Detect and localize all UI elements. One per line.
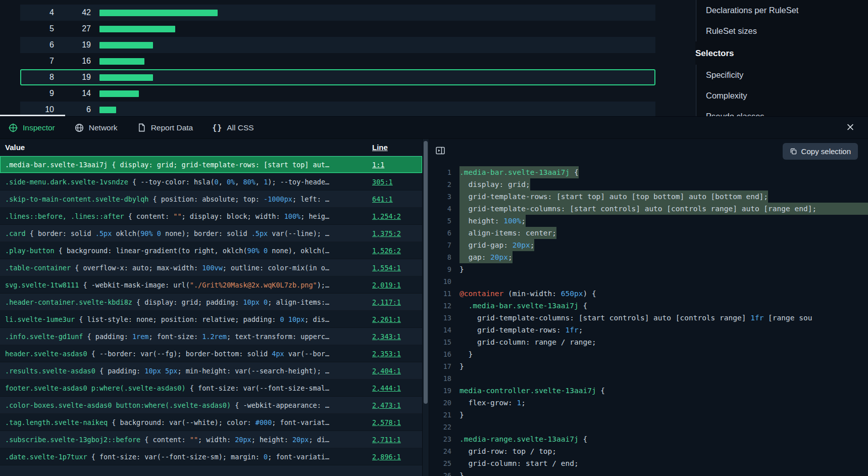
dock-panel-button[interactable] xyxy=(435,146,445,157)
code-line[interactable]: 21} xyxy=(429,409,868,421)
table-row[interactable]: header.svelte-asdas0 { --border: var(--f… xyxy=(0,345,422,362)
code-line-text: grid-row: top / top; xyxy=(459,445,556,457)
table-row[interactable]: .skip-to-main-content.svelte-dbylqh { po… xyxy=(0,191,422,208)
table-row[interactable]: .color-boxes.svelte-asdas0 button:where(… xyxy=(0,397,422,414)
table-row[interactable]: .results.svelte-asdas0 { padding: 10px 5… xyxy=(0,362,422,379)
histogram-row[interactable]: 106 xyxy=(20,102,655,118)
code-line[interactable]: 1.media-bar.svelte-13aai7j { xyxy=(429,166,868,178)
line-link[interactable]: 2,444:1 xyxy=(372,384,401,392)
code-line[interactable]: 12 .media-bar.svelte-13aai7j { xyxy=(429,300,868,312)
table-row[interactable]: footer.svelte-asdas0 p:where(.svelte-asd… xyxy=(0,379,422,397)
histogram-row[interactable]: 716 xyxy=(20,53,655,69)
histogram-row[interactable]: 619 xyxy=(20,37,655,53)
line-link[interactable]: 1:1 xyxy=(372,161,384,169)
line-link[interactable]: 2,343:1 xyxy=(372,332,401,341)
code-line[interactable]: 2 display: grid; xyxy=(429,178,868,191)
line-link[interactable]: 641:1 xyxy=(372,195,393,203)
code-line[interactable]: 19media-controller.svelte-13aai7j { xyxy=(429,385,868,397)
code-line[interactable]: 6 align-items: center; xyxy=(429,227,868,239)
nav-item-ruleset-sizes[interactable]: RuleSet sizes xyxy=(706,21,868,41)
code-line[interactable]: 22 xyxy=(429,421,868,433)
code-line[interactable]: 8 gap: 20px; xyxy=(429,251,868,263)
table-row[interactable]: .date.svelte-1p7tuxr { font-size: var(--… xyxy=(0,448,422,465)
table-row[interactable]: .play-button { background: linear-gradie… xyxy=(0,242,422,259)
line-link[interactable]: 2,578:1 xyxy=(372,418,401,426)
nav-item-complexity[interactable]: Complexity xyxy=(706,85,868,106)
code-line[interactable]: 26} xyxy=(429,469,868,476)
column-header-value[interactable]: Value xyxy=(0,143,368,152)
code-line[interactable]: 4 grid-template-columns: [start controls… xyxy=(429,203,868,215)
code-line[interactable]: 9} xyxy=(429,263,868,275)
code-line[interactable]: 11@container (min-width: 650px) { xyxy=(429,288,868,300)
line-link[interactable]: 2,473:1 xyxy=(372,401,401,409)
line-link[interactable]: 2,711:1 xyxy=(372,436,401,444)
table-row[interactable]: .header-container.svelte-kbdi8z { displa… xyxy=(0,294,422,311)
tab-inspector[interactable]: Inspector xyxy=(8,123,55,133)
table-row[interactable]: .lines::before, .lines::after { content:… xyxy=(0,208,422,225)
code-line[interactable]: 15 grid-column: range / range; xyxy=(429,336,868,348)
code-line[interactable]: 23.media-range.svelte-13aai7j { xyxy=(429,433,868,445)
rule-line-cell: 1,254:2 xyxy=(368,212,422,220)
line-link[interactable]: 305:1 xyxy=(372,178,393,186)
rule-value-cell: .play-button { background: linear-gradie… xyxy=(0,247,368,255)
line-link[interactable]: 1,554:1 xyxy=(372,264,401,272)
nav-section-header[interactable]: Selectors xyxy=(695,42,868,65)
code-line[interactable]: 14 grid-template-rows: 1fr; xyxy=(429,324,868,336)
code-line[interactable]: 3 grid-template-rows: [start top] auto [… xyxy=(429,191,868,203)
code-line[interactable]: 16 } xyxy=(429,348,868,360)
line-link[interactable]: 2,353:1 xyxy=(372,350,401,358)
code-line[interactable]: 24 grid-row: top / top; xyxy=(429,445,868,457)
line-link[interactable]: 2,261:1 xyxy=(372,315,401,323)
code-line[interactable]: 13 grid-template-columns: [start control… xyxy=(429,312,868,324)
column-header-line[interactable]: Line xyxy=(368,143,422,152)
code-line[interactable]: 17} xyxy=(429,360,868,372)
table-row[interactable]: svg.svelte-1tw8111 { -webkit-mask-image:… xyxy=(0,276,422,294)
rule-value-cell: svg.svelte-1tw8111 { -webkit-mask-image:… xyxy=(0,281,368,289)
table-row[interactable]: .card { border: solid .5px oklch(90% 0 n… xyxy=(0,225,422,242)
report-nav: Declarations per RuleSetRuleSet sizesSel… xyxy=(695,0,868,116)
line-link[interactable]: 2,896:1 xyxy=(372,453,401,461)
line-link[interactable]: 1,254:2 xyxy=(372,212,401,220)
copy-selection-button[interactable]: Copy selection xyxy=(783,143,858,160)
table-scrollbar[interactable] xyxy=(422,139,429,476)
tab-report-data[interactable]: Report Data xyxy=(137,123,193,132)
code-line[interactable]: 18 xyxy=(429,372,868,385)
table-row[interactable]: .table-container { overflow-x: auto; max… xyxy=(0,259,422,276)
line-number: 5 xyxy=(429,215,459,227)
table-row[interactable]: .subscribe.svelte-13gboj2::before { cont… xyxy=(0,431,422,448)
line-link[interactable]: 2,117:1 xyxy=(372,298,401,306)
code-line[interactable]: 20 flex-grow: 1; xyxy=(429,397,868,409)
table-row[interactable]: .media-bar.svelte-13aai7j { display: gri… xyxy=(0,156,422,173)
table-row[interactable]: li.svelte-1ume3ur { list-style: none; po… xyxy=(0,311,422,328)
nav-item-specificity[interactable]: Specificity xyxy=(706,65,868,85)
line-link[interactable]: 1,375:2 xyxy=(372,229,401,237)
tab-network[interactable]: Network xyxy=(74,123,118,133)
nav-group: SpecificityComplexityPseudo classes xyxy=(696,65,868,116)
nav-item-declarations-per-ruleset[interactable]: Declarations per RuleSet xyxy=(706,0,868,21)
code-line[interactable]: 5 height: 100%; xyxy=(429,215,868,227)
histogram-row[interactable]: 819 xyxy=(20,69,655,85)
tab-label: Inspector xyxy=(23,123,55,132)
scrollbar-thumb[interactable] xyxy=(424,141,428,404)
histogram-row[interactable]: 914 xyxy=(20,85,655,102)
rule-value-cell: .media-bar.svelte-13aai7j { display: gri… xyxy=(0,161,368,169)
code-line[interactable]: 7 grid-gap: 20px; xyxy=(429,239,868,251)
histogram-row[interactable]: 442 xyxy=(20,5,655,21)
line-link[interactable]: 2,019:1 xyxy=(372,281,401,289)
copy-selection-label: Copy selection xyxy=(801,147,851,156)
rule-line-cell: 2,711:1 xyxy=(368,436,422,444)
histogram-bucket-label: 6 xyxy=(21,40,54,50)
table-row[interactable]: .side-menu.dark.svelte-1vsndze { --toy-c… xyxy=(0,173,422,191)
nav-item-pseudo-classes[interactable]: Pseudo classes xyxy=(706,106,868,116)
line-link[interactable]: 1,526:2 xyxy=(372,247,401,255)
line-link[interactable]: 2,404:1 xyxy=(372,367,401,375)
code-line[interactable]: 25 grid-column: start / end; xyxy=(429,457,868,469)
table-row[interactable]: .info.svelte-gd1unf { padding: 1rem; fon… xyxy=(0,328,422,345)
table-row[interactable]: .tag.length.svelte-naikeq { background: … xyxy=(0,414,422,431)
inspector-content: Value Line .media-bar.svelte-13aai7j { d… xyxy=(0,139,868,476)
histogram-row[interactable]: 527 xyxy=(20,21,655,37)
tab-all-css[interactable]: {}All CSS xyxy=(212,123,253,132)
table-row[interactable] xyxy=(0,465,422,476)
code-line[interactable]: 10 xyxy=(429,275,868,288)
close-inspector-button[interactable] xyxy=(846,122,855,133)
